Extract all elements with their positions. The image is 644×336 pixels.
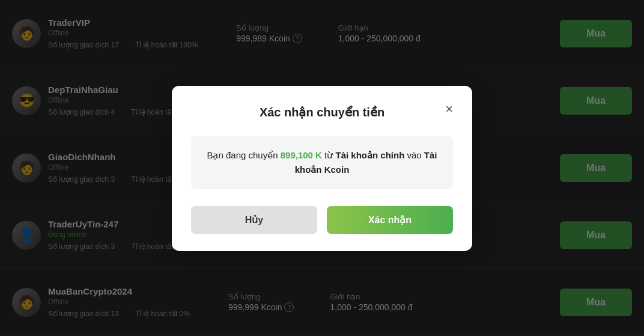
confirm-button[interactable]: Xác nhận [327, 206, 453, 234]
modal-body: Bạn đang chuyển 899,100 K từ Tài khoản c… [191, 136, 453, 189]
modal-header: Xác nhận chuyển tiền × [191, 105, 453, 119]
confirm-modal: Xác nhận chuyển tiền × Bạn đang chuyển 8… [172, 86, 472, 251]
cancel-button[interactable]: Hủy [191, 206, 317, 234]
close-button[interactable]: × [445, 103, 453, 116]
modal-title: Xác nhận chuyển tiền [260, 105, 384, 119]
transfer-amount: 899,100 K [281, 150, 322, 160]
modal-overlay: Xác nhận chuyển tiền × Bạn đang chuyển 8… [0, 0, 644, 336]
message-connector: vào [404, 150, 424, 160]
message-middle: từ [322, 150, 336, 160]
source-account: Tài khoản chính [335, 150, 404, 160]
message-prefix: Bạn đang chuyển [207, 150, 280, 160]
modal-actions: Hủy Xác nhận [191, 206, 453, 234]
